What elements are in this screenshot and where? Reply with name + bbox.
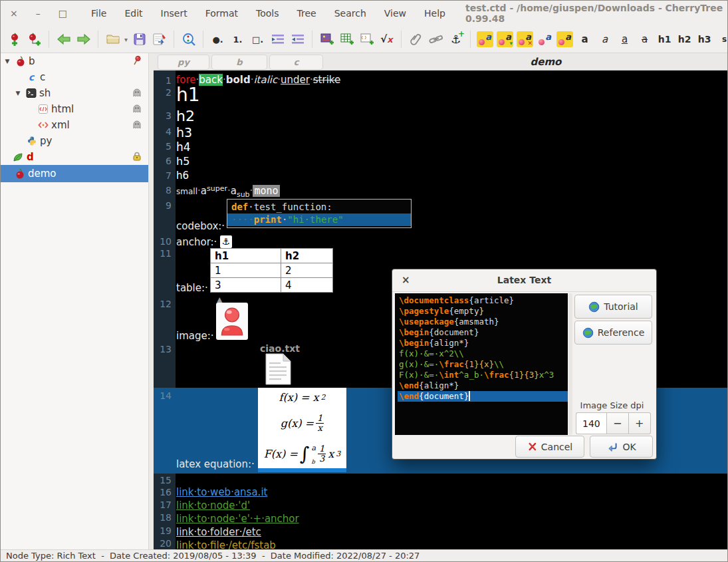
unindent-icon[interactable] (289, 31, 306, 48)
latex-rendered-image[interactable]: f(x) = x2 g(x) = 1x F(x) = ∫ ab 13 x3 (258, 388, 346, 468)
table-header-cell[interactable]: h1 (211, 249, 281, 263)
cancel-button[interactable]: Cancel (515, 436, 584, 458)
minimize-window-icon[interactable]: – (36, 9, 41, 18)
expander-icon[interactable]: ▼ (3, 58, 12, 65)
codebox[interactable]: def·test_function:····print·"hi·there" (227, 199, 412, 228)
code-line: \end{document} (398, 391, 568, 402)
recent-node-button-py[interactable]: py (158, 55, 209, 70)
tree-node-sh[interactable]: ▼ sh (1, 85, 148, 101)
anchor-icon[interactable]: ⚓ (220, 235, 232, 248)
menu-format[interactable]: Format (205, 8, 238, 19)
tutorial-button[interactable]: Tutorial (574, 295, 652, 319)
toolbar-separator (49, 31, 49, 48)
indent-icon[interactable] (269, 31, 286, 48)
line-number: 1 (154, 75, 172, 86)
embedded-table[interactable]: h1 h2 1 2 3 4 (210, 248, 333, 293)
insert-link-icon[interactable] (427, 31, 444, 48)
insert-anchor-icon[interactable]: ⚓ + (447, 31, 464, 48)
bullet-list-icon[interactable]: ●. (209, 31, 226, 48)
find-icon[interactable] (180, 31, 197, 48)
h3-icon[interactable]: h3 (696, 31, 713, 48)
menu-view[interactable]: View (384, 8, 406, 19)
menu-search[interactable]: Search (334, 8, 366, 19)
go-forward-icon[interactable] (75, 31, 92, 48)
tree-node-label: b (29, 55, 35, 67)
menu-edit[interactable]: Edit (124, 8, 142, 19)
new-node-icon[interactable] (6, 31, 23, 48)
dialog-scrollbar[interactable] (568, 293, 572, 435)
tree-node-demo[interactable]: demo (1, 165, 148, 182)
todo-list-icon[interactable]: □. (249, 31, 266, 48)
code-segment: ···· (231, 214, 254, 225)
bg-color-icon[interactable]: a ▾ (497, 31, 513, 47)
dpi-decrease-button[interactable]: − (606, 412, 629, 434)
fg-color-pick-icon[interactable]: a (537, 31, 553, 47)
save-icon[interactable] (131, 31, 148, 48)
italic-icon[interactable]: a (596, 31, 613, 48)
tree-node-xml[interactable]: xml (1, 117, 148, 133)
h1-icon[interactable]: h1 (656, 31, 673, 48)
dpi-increase-button[interactable]: + (629, 412, 652, 434)
link-node-e-anchor[interactable]: link·to·node·'e'·+·anchor (176, 513, 299, 525)
tree-node-c[interactable]: c c (1, 69, 148, 85)
latex-source-editor[interactable]: \documentclass{article}\pagestyle{empty}… (395, 293, 568, 435)
menu-file[interactable]: File (91, 8, 106, 19)
go-back-icon[interactable] (55, 31, 72, 48)
table-cell[interactable]: 4 (281, 278, 333, 293)
clear-format-icon[interactable]: a ✕ (517, 31, 533, 47)
ok-button[interactable]: OK (590, 436, 653, 458)
new-subnode-icon[interactable] (26, 31, 43, 48)
attach-file-icon[interactable] (408, 31, 424, 48)
open-file-caret-icon[interactable]: ▾ (124, 36, 128, 43)
table-header-cell[interactable]: h2 (281, 249, 333, 263)
tree-node-html[interactable]: html (1, 101, 148, 117)
menu-help[interactable]: Help (424, 8, 445, 19)
h2-icon[interactable]: h2 (676, 31, 693, 48)
fg-color-icon[interactable]: a (477, 31, 493, 47)
expander-icon[interactable]: ▼ (13, 90, 23, 96)
tree-node-d[interactable]: d (1, 149, 148, 165)
menu-insert[interactable]: Insert (161, 8, 187, 19)
insert-table-icon[interactable] (338, 31, 355, 48)
open-file-icon[interactable] (104, 31, 121, 48)
insert-codebox-icon[interactable] (358, 31, 375, 48)
table-cell[interactable]: 3 (211, 278, 281, 293)
menu-tree[interactable]: Tree (297, 8, 316, 19)
embedded-image-person[interactable] (216, 303, 248, 340)
link-node-d[interactable]: link·to·node·'d' (176, 499, 250, 511)
link-folder[interactable]: link·to·folder·/etc (176, 526, 261, 538)
link-web[interactable]: link·to·web·ansa.it (176, 486, 267, 498)
line-number: 7 (154, 170, 172, 181)
tree-editor-splitter[interactable] (148, 53, 154, 551)
underline-icon[interactable]: a (616, 31, 633, 48)
code-segment: F(x)·&=· (399, 370, 439, 380)
xml-file-icon (37, 120, 49, 131)
table-cell[interactable]: 2 (281, 263, 333, 278)
reference-button[interactable]: Reference (574, 321, 652, 345)
code-line: F(x)·&=·\int^a_b·\frac{1}{3}x^3 (398, 370, 568, 380)
code-segment: ·test_function: (248, 202, 332, 212)
strikethrough-icon[interactable]: a (636, 31, 653, 48)
insert-image-icon[interactable] (318, 31, 335, 48)
bold-icon[interactable]: a (576, 31, 593, 48)
tree-node-b[interactable]: ▼ b (1, 53, 148, 69)
table-cell[interactable]: 1 (211, 263, 281, 278)
dpi-input[interactable] (576, 412, 606, 434)
recent-node-button-c[interactable]: c (269, 55, 323, 70)
maximize-window-icon[interactable]: □ (59, 9, 67, 18)
save-as-icon[interactable] (151, 31, 168, 48)
small-text-icon[interactable]: s (716, 31, 728, 48)
code-segment: "hi·there" (287, 214, 343, 225)
menu-tools[interactable]: Tools (256, 8, 279, 19)
close-window-icon[interactable]: × (10, 9, 18, 18)
dialog-title: Latex Text (392, 275, 656, 285)
insert-latex-icon[interactable]: √x (378, 31, 395, 48)
bg-color-pick-icon[interactable]: a (556, 31, 573, 47)
numbered-list-icon[interactable]: 1. (229, 31, 246, 48)
recent-node-button-b[interactable]: b (211, 55, 267, 70)
embedded-file-icon[interactable] (261, 353, 295, 385)
text-segment: sub (237, 190, 250, 199)
leaf-icon (13, 152, 24, 163)
dialog-titlebar[interactable]: × Latex Text (392, 269, 656, 292)
tree-node-py[interactable]: py (1, 133, 148, 149)
